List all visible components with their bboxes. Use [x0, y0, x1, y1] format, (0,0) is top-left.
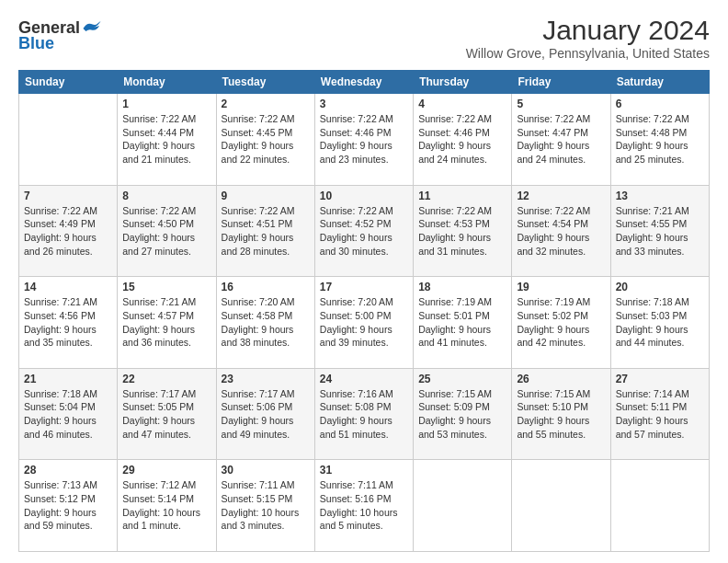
- week-row-1: 1Sunrise: 7:22 AMSunset: 4:44 PMDaylight…: [19, 94, 710, 186]
- day-info: Daylight: 9 hours: [24, 414, 112, 428]
- day-cell: 9Sunrise: 7:22 AMSunset: 4:51 PMDaylight…: [216, 185, 314, 277]
- day-info: and 23 minutes.: [320, 153, 408, 167]
- day-info: Sunrise: 7:22 AM: [418, 204, 506, 218]
- day-cell: 13Sunrise: 7:21 AMSunset: 4:55 PMDayligh…: [610, 185, 709, 277]
- day-info: and 22 minutes.: [222, 153, 310, 167]
- day-cell: 15Sunrise: 7:21 AMSunset: 4:57 PMDayligh…: [118, 277, 216, 369]
- day-info: Sunset: 4:50 PM: [122, 217, 210, 231]
- day-info: Sunrise: 7:19 AM: [418, 295, 506, 309]
- day-info: and 49 minutes.: [222, 428, 310, 442]
- day-info: and 51 minutes.: [320, 428, 408, 442]
- day-info: Daylight: 10 hours: [320, 506, 408, 520]
- day-info: Sunrise: 7:20 AM: [222, 295, 310, 309]
- day-info: Sunrise: 7:17 AM: [222, 387, 310, 401]
- col-friday: Friday: [512, 71, 610, 94]
- day-number: 27: [616, 373, 704, 385]
- day-number: 26: [517, 373, 605, 385]
- day-cell: 20Sunrise: 7:18 AMSunset: 5:03 PMDayligh…: [610, 277, 709, 369]
- day-info: Sunrise: 7:19 AM: [517, 295, 605, 309]
- day-cell: [610, 460, 709, 552]
- col-saturday: Saturday: [610, 71, 709, 94]
- day-number: 13: [616, 190, 704, 202]
- day-info: Daylight: 9 hours: [122, 139, 210, 153]
- week-row-4: 21Sunrise: 7:18 AMSunset: 5:04 PMDayligh…: [19, 368, 710, 460]
- day-info: Sunset: 5:02 PM: [517, 309, 605, 323]
- day-info: Daylight: 9 hours: [616, 414, 704, 428]
- main-title: January 2024: [466, 15, 710, 46]
- day-info: Sunrise: 7:17 AM: [122, 387, 210, 401]
- day-info: Sunrise: 7:14 AM: [616, 387, 704, 401]
- day-info: Sunrise: 7:22 AM: [24, 204, 112, 218]
- day-info: Sunset: 4:49 PM: [24, 217, 112, 231]
- day-info: Sunset: 5:06 PM: [222, 400, 310, 414]
- day-info: Daylight: 9 hours: [517, 414, 605, 428]
- day-info: Sunrise: 7:12 AM: [122, 478, 210, 492]
- logo: General Blue: [18, 15, 102, 53]
- day-info: Sunset: 4:46 PM: [320, 126, 408, 140]
- logo-bird-icon: [82, 20, 102, 37]
- day-cell: 28Sunrise: 7:13 AMSunset: 5:12 PMDayligh…: [19, 460, 118, 552]
- day-number: 8: [122, 190, 210, 202]
- day-info: Daylight: 9 hours: [222, 231, 310, 245]
- day-info: Daylight: 9 hours: [320, 414, 408, 428]
- day-info: Sunset: 4:44 PM: [122, 126, 210, 140]
- day-info: Sunset: 4:52 PM: [320, 217, 408, 231]
- day-info: Sunset: 4:51 PM: [222, 217, 310, 231]
- day-number: 3: [320, 98, 408, 110]
- week-row-2: 7Sunrise: 7:22 AMSunset: 4:49 PMDaylight…: [19, 185, 710, 277]
- day-number: 18: [418, 281, 506, 293]
- day-info: Daylight: 9 hours: [122, 231, 210, 245]
- day-info: Daylight: 9 hours: [517, 231, 605, 245]
- day-info: and 28 minutes.: [222, 245, 310, 259]
- day-info: Sunset: 5:04 PM: [24, 400, 112, 414]
- col-sunday: Sunday: [19, 71, 118, 94]
- page: General Blue January 2024 Willow Grove, …: [0, 0, 728, 563]
- day-info: Sunrise: 7:18 AM: [616, 295, 704, 309]
- day-info: and 25 minutes.: [616, 153, 704, 167]
- day-info: Daylight: 9 hours: [517, 323, 605, 337]
- day-number: 25: [418, 373, 506, 385]
- day-info: Sunrise: 7:21 AM: [616, 204, 704, 218]
- col-monday: Monday: [118, 71, 216, 94]
- col-tuesday: Tuesday: [216, 71, 314, 94]
- day-info: Sunset: 5:03 PM: [616, 309, 704, 323]
- day-info: and 24 minutes.: [418, 153, 506, 167]
- day-info: Daylight: 9 hours: [24, 323, 112, 337]
- day-info: Sunrise: 7:22 AM: [517, 112, 605, 126]
- day-info: and 46 minutes.: [24, 428, 112, 442]
- day-number: 31: [320, 464, 408, 477]
- title-block: January 2024 Willow Grove, Pennsylvania,…: [466, 15, 710, 61]
- day-info: Sunrise: 7:15 AM: [418, 387, 506, 401]
- day-cell: 8Sunrise: 7:22 AMSunset: 4:50 PMDaylight…: [118, 185, 216, 277]
- day-info: Daylight: 9 hours: [222, 139, 310, 153]
- day-info: and 35 minutes.: [24, 336, 112, 350]
- day-cell: 1Sunrise: 7:22 AMSunset: 4:44 PMDaylight…: [118, 94, 216, 186]
- day-info: and 27 minutes.: [122, 245, 210, 259]
- day-info: Sunset: 5:09 PM: [418, 400, 506, 414]
- day-info: and 5 minutes.: [320, 519, 408, 533]
- col-wednesday: Wednesday: [314, 71, 413, 94]
- day-number: 4: [418, 98, 506, 110]
- day-info: and 31 minutes.: [418, 245, 506, 259]
- day-info: Sunrise: 7:21 AM: [122, 295, 210, 309]
- day-info: Sunset: 5:05 PM: [122, 400, 210, 414]
- day-info: Sunrise: 7:22 AM: [320, 204, 408, 218]
- day-info: Sunrise: 7:16 AM: [320, 387, 408, 401]
- day-info: Sunrise: 7:22 AM: [616, 112, 704, 126]
- day-cell: 4Sunrise: 7:22 AMSunset: 4:46 PMDaylight…: [414, 94, 512, 186]
- day-cell: 3Sunrise: 7:22 AMSunset: 4:46 PMDaylight…: [314, 94, 413, 186]
- day-info: Sunset: 5:15 PM: [222, 492, 310, 506]
- day-info: and 55 minutes.: [517, 428, 605, 442]
- day-info: Daylight: 9 hours: [616, 323, 704, 337]
- day-number: 28: [24, 464, 112, 477]
- day-info: and 57 minutes.: [616, 428, 704, 442]
- day-number: 12: [517, 190, 605, 202]
- day-cell: 23Sunrise: 7:17 AMSunset: 5:06 PMDayligh…: [216, 368, 314, 460]
- day-number: 1: [122, 98, 210, 110]
- day-info: Sunrise: 7:13 AM: [24, 478, 112, 492]
- day-info: and 33 minutes.: [616, 245, 704, 259]
- day-info: Sunset: 4:48 PM: [616, 126, 704, 140]
- day-info: and 47 minutes.: [122, 428, 210, 442]
- day-cell: [512, 460, 610, 552]
- day-number: 6: [616, 98, 704, 110]
